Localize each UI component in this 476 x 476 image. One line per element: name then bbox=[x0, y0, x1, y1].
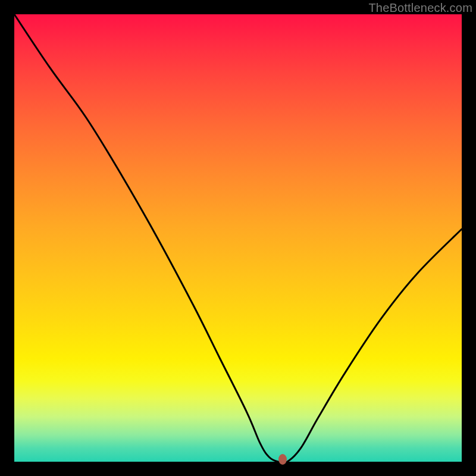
series-path bbox=[14, 14, 462, 463]
plot-area bbox=[14, 14, 462, 462]
optimum-marker bbox=[278, 454, 287, 465]
chart-frame: TheBottleneck.com bbox=[0, 0, 476, 476]
bottleneck-curve bbox=[14, 14, 462, 462]
watermark-text: TheBottleneck.com bbox=[368, 1, 472, 15]
